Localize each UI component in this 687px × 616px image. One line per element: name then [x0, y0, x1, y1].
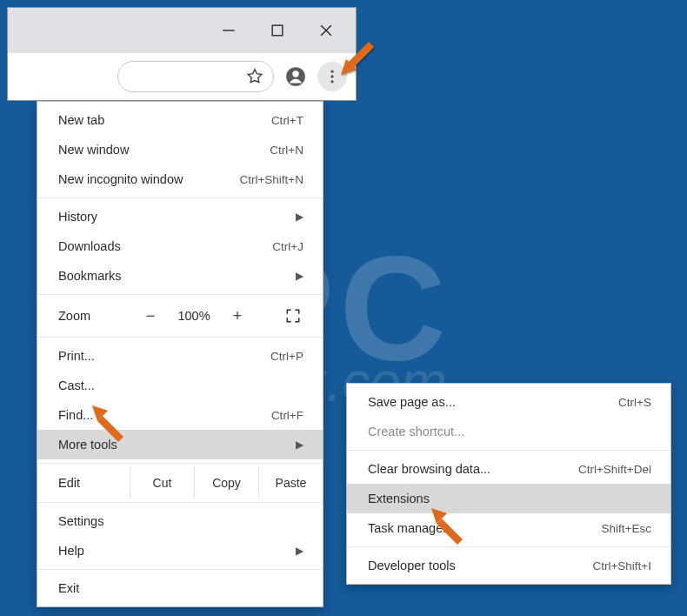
- fullscreen-button[interactable]: [276, 303, 310, 329]
- menu-label: Clear browsing data...: [368, 462, 490, 476]
- chevron-right-icon: ▶: [296, 439, 303, 451]
- menu-label: Find...: [58, 408, 93, 422]
- close-icon: [317, 22, 335, 39]
- svg-point-7: [330, 75, 333, 77]
- profile-icon: [284, 65, 307, 88]
- submenu-task-manager[interactable]: Task manager Shift+Esc: [347, 513, 670, 543]
- menu-print[interactable]: Print... Ctrl+P: [37, 341, 323, 371]
- menu-label: New incognito window: [58, 172, 183, 186]
- menu-shortcut: Ctrl+Shift+N: [239, 173, 303, 186]
- zoom-label: Zoom: [58, 309, 131, 323]
- menu-label: Exit: [58, 581, 79, 595]
- menu-label: Print...: [58, 349, 95, 363]
- chrome-toolbar: [8, 53, 356, 100]
- menu-more-tools[interactable]: More tools ▶: [37, 430, 323, 459]
- chrome-window: [7, 7, 357, 101]
- more-tools-submenu: Save page as... Ctrl+S Create shortcut..…: [346, 383, 671, 585]
- menu-cast[interactable]: Cast...: [37, 371, 323, 400]
- maximize-icon: [269, 22, 286, 39]
- menu-bookmarks[interactable]: Bookmarks ▶: [37, 261, 323, 291]
- submenu-create-shortcut[interactable]: Create shortcut...: [347, 417, 670, 446]
- chrome-menu-button[interactable]: [317, 62, 347, 91]
- menu-label: More tools: [58, 438, 117, 452]
- copy-button[interactable]: Copy: [194, 467, 258, 499]
- menu-separator: [37, 502, 323, 503]
- menu-settings[interactable]: Settings: [37, 506, 323, 536]
- menu-separator: [37, 337, 323, 338]
- menu-label: Settings: [58, 514, 103, 528]
- menu-label: Create shortcut...: [368, 425, 464, 439]
- star-icon[interactable]: [245, 67, 264, 86]
- submenu-developer-tools[interactable]: Developer tools Ctrl+Shift+I: [347, 551, 670, 580]
- window-close-button[interactable]: [312, 17, 340, 44]
- menu-new-incognito[interactable]: New incognito window Ctrl+Shift+N: [37, 164, 323, 194]
- menu-label: Help: [58, 544, 84, 558]
- menu-label: Developer tools: [368, 559, 456, 572]
- menu-label: Downloads: [58, 239, 121, 253]
- menu-label: New window: [58, 143, 129, 157]
- menu-new-window[interactable]: New window Ctrl+N: [37, 135, 323, 164]
- cut-button[interactable]: Cut: [130, 467, 194, 499]
- svg-point-8: [330, 80, 333, 83]
- menu-label: New tab: [58, 113, 104, 127]
- menu-shortcut: Ctrl+P: [270, 350, 303, 363]
- window-minimize-button[interactable]: [215, 17, 243, 44]
- menu-shortcut: Ctrl+N: [270, 144, 303, 157]
- paste-button[interactable]: Paste: [258, 467, 323, 499]
- menu-label: Task manager: [368, 521, 447, 535]
- edit-label: Edit: [58, 476, 130, 490]
- menu-separator: [37, 463, 323, 464]
- kebab-icon: [323, 68, 341, 85]
- menu-zoom-row: Zoom − 100% +: [37, 298, 323, 333]
- menu-label: Bookmarks: [58, 269, 122, 283]
- menu-shortcut: Ctrl+S: [618, 396, 651, 409]
- menu-help[interactable]: Help ▶: [37, 536, 323, 566]
- menu-shortcut: Ctrl+T: [271, 114, 303, 127]
- svg-point-6: [330, 70, 333, 73]
- chrome-main-menu: New tab Ctrl+T New window Ctrl+N New inc…: [37, 101, 323, 607]
- menu-shortcut: Ctrl+Shift+Del: [578, 463, 651, 476]
- minimize-icon: [220, 22, 237, 39]
- zoom-in-button[interactable]: +: [218, 303, 257, 329]
- submenu-extensions[interactable]: Extensions: [347, 484, 670, 513]
- chevron-right-icon: ▶: [296, 270, 303, 282]
- menu-separator: [37, 294, 323, 295]
- omnibox[interactable]: [117, 61, 274, 92]
- menu-edit-row: Edit Cut Copy Paste: [37, 467, 323, 499]
- zoom-value: 100%: [170, 309, 218, 323]
- window-titlebar: [8, 8, 356, 53]
- menu-separator: [347, 546, 670, 547]
- menu-label: Save page as...: [368, 395, 456, 409]
- svg-rect-1: [272, 25, 283, 36]
- zoom-out-button[interactable]: −: [131, 303, 170, 329]
- menu-shortcut: Shift+Esc: [602, 522, 651, 535]
- menu-find[interactable]: Find... Ctrl+F: [37, 400, 323, 430]
- menu-downloads[interactable]: Downloads Ctrl+J: [37, 231, 323, 261]
- submenu-save-page[interactable]: Save page as... Ctrl+S: [347, 387, 670, 417]
- profile-button[interactable]: [281, 62, 310, 91]
- menu-shortcut: Ctrl+Shift+I: [592, 559, 651, 572]
- menu-separator: [347, 450, 670, 451]
- window-maximize-button[interactable]: [263, 17, 291, 44]
- menu-label: Extensions: [368, 492, 430, 506]
- menu-label: Cast...: [58, 378, 95, 392]
- menu-new-tab[interactable]: New tab Ctrl+T: [37, 105, 323, 135]
- menu-label: History: [58, 210, 97, 224]
- menu-separator: [37, 198, 323, 198]
- submenu-clear-browsing-data[interactable]: Clear browsing data... Ctrl+Shift+Del: [347, 454, 670, 484]
- chevron-right-icon: ▶: [296, 545, 303, 557]
- menu-shortcut: Ctrl+J: [272, 240, 303, 253]
- fullscreen-icon: [285, 308, 301, 324]
- chevron-right-icon: ▶: [296, 211, 303, 223]
- menu-exit[interactable]: Exit: [37, 573, 323, 603]
- menu-shortcut: Ctrl+F: [271, 409, 303, 422]
- svg-point-5: [292, 70, 298, 77]
- menu-separator: [37, 569, 323, 570]
- menu-history[interactable]: History ▶: [37, 202, 323, 231]
